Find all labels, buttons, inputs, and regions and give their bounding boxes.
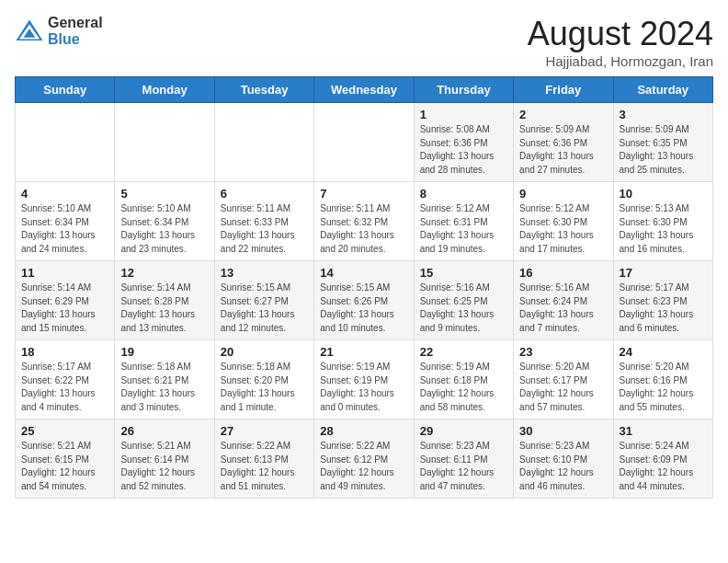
calendar-cell: 2Sunrise: 5:09 AMSunset: 6:36 PMDaylight… — [514, 103, 613, 182]
day-number: 23 — [519, 345, 608, 359]
calendar-cell: 23Sunrise: 5:20 AMSunset: 6:17 PMDayligh… — [514, 340, 613, 419]
calendar-cell: 16Sunrise: 5:16 AMSunset: 6:24 PMDayligh… — [514, 261, 613, 340]
calendar-cell: 3Sunrise: 5:09 AMSunset: 6:35 PMDaylight… — [613, 103, 712, 182]
day-number: 6 — [221, 187, 309, 201]
day-info: Sunrise: 5:16 AMSunset: 6:24 PMDaylight:… — [519, 282, 608, 335]
day-info: Sunrise: 5:20 AMSunset: 6:16 PMDaylight:… — [620, 361, 708, 414]
day-info: Sunrise: 5:09 AMSunset: 6:36 PMDaylight:… — [519, 123, 608, 177]
calendar-cell: 29Sunrise: 5:23 AMSunset: 6:11 PMDayligh… — [414, 419, 513, 499]
calendar-cell — [214, 103, 313, 182]
day-info: Sunrise: 5:10 AMSunset: 6:34 PMDaylight:… — [120, 202, 209, 256]
day-info: Sunrise: 5:13 AMSunset: 6:30 PMDaylight:… — [620, 202, 708, 256]
day-info: Sunrise: 5:22 AMSunset: 6:12 PMDaylight:… — [320, 440, 408, 493]
calendar-week-5: 25Sunrise: 5:21 AMSunset: 6:15 PMDayligh… — [16, 419, 713, 499]
day-info: Sunrise: 5:10 AMSunset: 6:34 PMDaylight:… — [21, 202, 109, 256]
day-header-saturday: Saturday — [613, 77, 712, 103]
title-area: August 2024 Hajjiabad, Hormozgan, Iran — [528, 15, 713, 69]
calendar-cell: 27Sunrise: 5:22 AMSunset: 6:13 PMDayligh… — [214, 419, 313, 499]
page-header: General Blue August 2024 Hajjiabad, Horm… — [15, 15, 713, 69]
calendar-cell — [16, 103, 115, 182]
day-number: 16 — [519, 266, 608, 280]
month-title: August 2024 — [528, 15, 713, 53]
day-info: Sunrise: 5:11 AMSunset: 6:33 PMDaylight:… — [221, 202, 309, 256]
logo-blue-text: Blue — [48, 31, 103, 48]
day-number: 7 — [320, 187, 408, 201]
day-number: 8 — [420, 187, 508, 201]
day-number: 25 — [21, 424, 109, 438]
calendar-week-1: 1Sunrise: 5:08 AMSunset: 6:36 PMDaylight… — [16, 103, 713, 182]
calendar-cell: 19Sunrise: 5:18 AMSunset: 6:21 PMDayligh… — [115, 340, 214, 419]
day-info: Sunrise: 5:16 AMSunset: 6:25 PMDaylight:… — [420, 282, 508, 335]
logo-icon — [15, 18, 44, 44]
calendar-cell: 28Sunrise: 5:22 AMSunset: 6:12 PMDayligh… — [314, 419, 414, 499]
calendar-week-2: 4Sunrise: 5:10 AMSunset: 6:34 PMDaylight… — [16, 182, 713, 261]
calendar-cell: 7Sunrise: 5:11 AMSunset: 6:32 PMDaylight… — [314, 182, 414, 261]
day-info: Sunrise: 5:14 AMSunset: 6:28 PMDaylight:… — [120, 282, 209, 335]
day-info: Sunrise: 5:22 AMSunset: 6:13 PMDaylight:… — [221, 440, 309, 493]
calendar-cell: 9Sunrise: 5:12 AMSunset: 6:30 PMDaylight… — [514, 182, 613, 261]
calendar-cell: 21Sunrise: 5:19 AMSunset: 6:19 PMDayligh… — [314, 340, 414, 419]
day-info: Sunrise: 5:21 AMSunset: 6:15 PMDaylight:… — [21, 440, 109, 493]
day-info: Sunrise: 5:18 AMSunset: 6:20 PMDaylight:… — [221, 361, 309, 414]
day-header-wednesday: Wednesday — [314, 77, 414, 103]
day-number: 29 — [420, 424, 508, 438]
calendar-cell: 30Sunrise: 5:23 AMSunset: 6:10 PMDayligh… — [514, 419, 613, 499]
day-info: Sunrise: 5:12 AMSunset: 6:31 PMDaylight:… — [420, 202, 508, 256]
day-info: Sunrise: 5:19 AMSunset: 6:19 PMDaylight:… — [320, 361, 408, 414]
day-info: Sunrise: 5:14 AMSunset: 6:29 PMDaylight:… — [21, 282, 109, 335]
calendar-cell: 15Sunrise: 5:16 AMSunset: 6:25 PMDayligh… — [414, 261, 513, 340]
day-number: 20 — [221, 345, 309, 359]
calendar-cell: 6Sunrise: 5:11 AMSunset: 6:33 PMDaylight… — [214, 182, 313, 261]
day-number: 5 — [120, 187, 209, 201]
day-info: Sunrise: 5:11 AMSunset: 6:32 PMDaylight:… — [320, 202, 408, 256]
day-info: Sunrise: 5:23 AMSunset: 6:10 PMDaylight:… — [519, 440, 608, 493]
day-info: Sunrise: 5:15 AMSunset: 6:26 PMDaylight:… — [320, 282, 408, 335]
day-number: 1 — [420, 108, 508, 121]
day-number: 12 — [120, 266, 209, 280]
day-number: 11 — [21, 266, 109, 280]
day-header-tuesday: Tuesday — [214, 77, 313, 103]
day-info: Sunrise: 5:23 AMSunset: 6:11 PMDaylight:… — [420, 440, 508, 493]
day-number: 19 — [120, 345, 209, 359]
calendar-cell: 18Sunrise: 5:17 AMSunset: 6:22 PMDayligh… — [16, 340, 115, 419]
day-number: 10 — [620, 187, 708, 201]
day-number: 3 — [620, 108, 708, 121]
calendar-cell: 20Sunrise: 5:18 AMSunset: 6:20 PMDayligh… — [214, 340, 313, 419]
calendar-cell: 11Sunrise: 5:14 AMSunset: 6:29 PMDayligh… — [16, 261, 115, 340]
day-info: Sunrise: 5:12 AMSunset: 6:30 PMDaylight:… — [519, 202, 608, 256]
day-info: Sunrise: 5:20 AMSunset: 6:17 PMDaylight:… — [519, 361, 608, 414]
day-info: Sunrise: 5:17 AMSunset: 6:22 PMDaylight:… — [21, 361, 109, 414]
calendar-cell: 12Sunrise: 5:14 AMSunset: 6:28 PMDayligh… — [115, 261, 214, 340]
day-info: Sunrise: 5:09 AMSunset: 6:35 PMDaylight:… — [620, 123, 708, 177]
day-number: 17 — [620, 266, 708, 280]
day-info: Sunrise: 5:15 AMSunset: 6:27 PMDaylight:… — [221, 282, 309, 335]
day-number: 14 — [320, 266, 408, 280]
calendar-cell: 5Sunrise: 5:10 AMSunset: 6:34 PMDaylight… — [115, 182, 214, 261]
day-info: Sunrise: 5:21 AMSunset: 6:14 PMDaylight:… — [120, 440, 209, 493]
day-info: Sunrise: 5:19 AMSunset: 6:18 PMDaylight:… — [420, 361, 508, 414]
calendar-cell: 17Sunrise: 5:17 AMSunset: 6:23 PMDayligh… — [613, 261, 712, 340]
calendar-cell: 13Sunrise: 5:15 AMSunset: 6:27 PMDayligh… — [214, 261, 313, 340]
day-number: 13 — [221, 266, 309, 280]
day-number: 22 — [420, 345, 508, 359]
location-subtitle: Hajjiabad, Hormozgan, Iran — [528, 53, 713, 69]
logo: General Blue — [15, 15, 103, 47]
calendar-cell: 26Sunrise: 5:21 AMSunset: 6:14 PMDayligh… — [115, 419, 214, 499]
calendar-cell — [314, 103, 414, 182]
day-number: 30 — [519, 424, 608, 438]
day-header-thursday: Thursday — [414, 77, 513, 103]
day-header-friday: Friday — [514, 77, 613, 103]
calendar-cell: 4Sunrise: 5:10 AMSunset: 6:34 PMDaylight… — [16, 182, 115, 261]
day-number: 26 — [120, 424, 209, 438]
logo-text: General Blue — [48, 15, 103, 47]
day-number: 24 — [620, 345, 708, 359]
calendar-cell: 10Sunrise: 5:13 AMSunset: 6:30 PMDayligh… — [613, 182, 712, 261]
calendar-week-3: 11Sunrise: 5:14 AMSunset: 6:29 PMDayligh… — [16, 261, 713, 340]
logo-general-text: General — [48, 15, 103, 31]
calendar-cell — [115, 103, 214, 182]
day-info: Sunrise: 5:08 AMSunset: 6:36 PMDaylight:… — [420, 123, 508, 177]
day-header-sunday: Sunday — [16, 77, 115, 103]
day-number: 15 — [420, 266, 508, 280]
calendar-cell: 31Sunrise: 5:24 AMSunset: 6:09 PMDayligh… — [613, 419, 712, 499]
day-number: 31 — [620, 424, 708, 438]
